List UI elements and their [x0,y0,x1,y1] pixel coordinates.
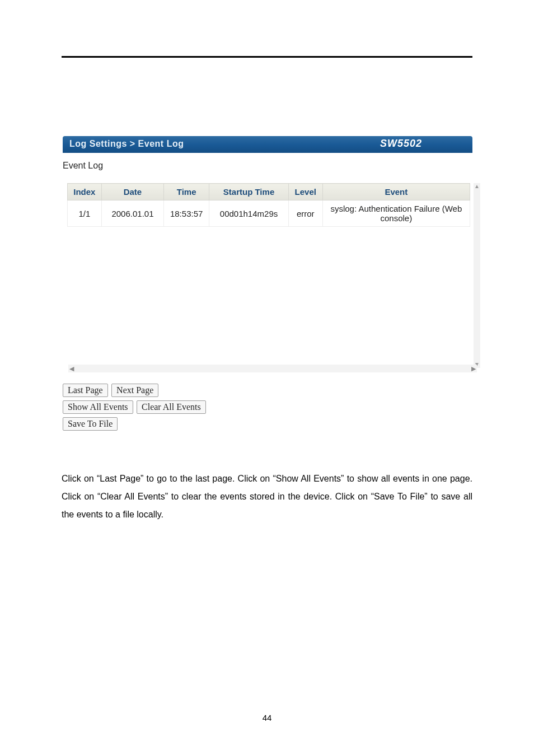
page-number: 44 [0,713,534,722]
clear-all-events-button[interactable]: Clear All Events [137,400,206,414]
event-table: Index Date Time Startup Time Level Event… [67,183,470,227]
device-model: SW5502 [380,138,422,150]
col-header-time: Time [164,184,209,200]
cell-index: 1/1 [68,200,102,227]
table-header-row: Index Date Time Startup Time Level Event [68,184,470,200]
col-header-level: Level [288,184,322,200]
last-page-button[interactable]: Last Page [63,384,108,397]
scroll-right-icon[interactable]: ▶ [471,365,476,372]
section-title: Event Log [63,161,472,171]
scroll-left-icon[interactable]: ◀ [69,365,74,372]
cell-date: 2006.01.01 [101,200,163,227]
table-row: 1/1 2006.01.01 18:53:57 00d01h14m29s err… [68,200,470,227]
scroll-up-icon[interactable]: ▲ [474,183,480,190]
breadcrumb: Log Settings > Event Log [69,139,184,149]
table-empty-area [67,227,472,361]
cell-time: 18:53:57 [164,200,209,227]
title-bar: Log Settings > Event Log SW5502 [62,136,472,153]
cell-event: syslog: Authentication Failure (Web cons… [322,200,470,227]
page-divider [62,56,472,58]
col-header-index: Index [68,184,102,200]
horizontal-scrollbar[interactable]: ◀ ▶ [68,365,477,372]
cell-level: error [288,200,322,227]
show-all-events-button[interactable]: Show All Events [63,400,133,414]
vertical-scrollbar[interactable]: ▲ ▼ [474,183,480,368]
col-header-event: Event [322,184,470,200]
cell-startup: 00d01h14m29s [209,200,289,227]
event-table-wrap: Index Date Time Startup Time Level Event… [67,183,472,372]
col-header-startup: Startup Time [209,184,289,200]
col-header-date: Date [101,184,163,200]
description-paragraph: Click on “Last Page” to go to the last p… [62,470,472,524]
button-area: Last Page Next Page Show All Events Clea… [63,384,472,431]
next-page-button[interactable]: Next Page [111,384,158,397]
save-to-file-button[interactable]: Save To File [63,417,118,431]
